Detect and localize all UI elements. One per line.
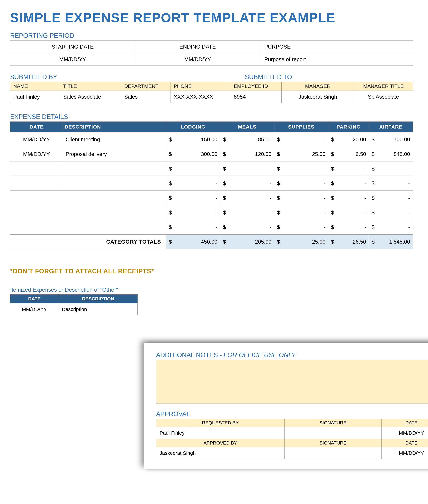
expense-lodging[interactable]: $- bbox=[166, 220, 220, 235]
office-use-overlay: ADDITIONAL NOTES - FOR OFFICE USE ONLY A… bbox=[144, 343, 428, 469]
table-row: Jaskeerat Singh MM/DD/YY bbox=[156, 447, 428, 459]
expense-supplies[interactable]: $- bbox=[274, 176, 328, 191]
expense-description[interactable]: Client meeting bbox=[63, 132, 166, 147]
col-airfare: AIRFARE bbox=[369, 122, 413, 132]
expense-date[interactable] bbox=[10, 191, 63, 205]
expense-supplies[interactable]: $- bbox=[274, 220, 328, 235]
reporting-period-table: STARTING DATE ENDING DATE PURPOSE MM/DD/… bbox=[10, 40, 413, 66]
col-date: DATE bbox=[381, 419, 428, 427]
approved-by-signature[interactable] bbox=[285, 447, 381, 459]
expense-meals[interactable]: $- bbox=[220, 162, 274, 176]
ending-date-value[interactable]: MM/DD/YY bbox=[135, 53, 260, 66]
expense-description[interactable] bbox=[63, 191, 166, 205]
expense-airfare[interactable]: $- bbox=[369, 176, 413, 191]
name-value[interactable]: Paul Finley bbox=[10, 91, 60, 103]
approved-by-date[interactable]: MM/DD/YY bbox=[381, 447, 428, 459]
expense-lodging[interactable]: $- bbox=[166, 176, 220, 191]
expense-parking[interactable]: $- bbox=[328, 191, 369, 205]
expense-meals[interactable]: $- bbox=[220, 176, 274, 191]
col-signature: SIGNATURE bbox=[285, 419, 381, 427]
title-value[interactable]: Sales Associate bbox=[60, 91, 121, 103]
col-lodging: LODGING bbox=[166, 122, 220, 132]
col-employee-id: EMPLOYEE ID bbox=[230, 82, 282, 91]
expense-parking[interactable]: $- bbox=[328, 162, 369, 176]
expense-details-table: DATE DESCRIPTION LODGING MEALS SUPPLIES … bbox=[10, 121, 413, 249]
reporting-period-label: REPORTING PERIOD bbox=[10, 32, 418, 39]
approved-by-value[interactable]: Jaskeerat Singh bbox=[156, 447, 285, 459]
expense-supplies[interactable]: $- bbox=[274, 162, 328, 176]
expense-supplies[interactable]: $- bbox=[274, 191, 328, 205]
page-title: SIMPLE EXPENSE REPORT TEMPLATE EXAMPLE bbox=[10, 10, 418, 25]
itemized-label: Itemized Expenses or Description of "Oth… bbox=[10, 287, 418, 293]
purpose-value[interactable]: Purpose of report bbox=[260, 53, 413, 66]
requested-by-value[interactable]: Paul Finley bbox=[156, 427, 285, 439]
expense-parking[interactable]: $20.00 bbox=[328, 132, 369, 147]
submitted-table: NAME TITLE DEPARTMENT PHONE EMPLOYEE ID … bbox=[10, 82, 413, 103]
table-row: $-$-$-$-$- bbox=[10, 220, 413, 235]
total-meals: $205.00 bbox=[220, 235, 274, 249]
expense-airfare[interactable]: $845.00 bbox=[369, 147, 413, 162]
expense-date[interactable] bbox=[10, 220, 63, 235]
table-row: DATE DESCRIPTION bbox=[10, 294, 138, 303]
employee-id-value[interactable]: 8954 bbox=[230, 91, 282, 103]
col-phone: PHONE bbox=[171, 82, 230, 91]
itemized-desc-value[interactable]: Description bbox=[58, 303, 138, 315]
expense-lodging[interactable]: $- bbox=[166, 191, 220, 205]
table-row: $-$-$-$-$- bbox=[10, 176, 413, 191]
table-row: MM/DD/YYProposal delivery$300.00$120.00$… bbox=[10, 147, 413, 162]
expense-airfare[interactable]: $- bbox=[369, 205, 413, 220]
expense-meals[interactable]: $85.00 bbox=[220, 132, 274, 147]
expense-airfare[interactable]: $- bbox=[369, 220, 413, 235]
table-row: REQUESTED BY SIGNATURE DATE bbox=[156, 419, 428, 427]
expense-date[interactable]: MM/DD/YY bbox=[10, 132, 63, 147]
expense-meals[interactable]: $- bbox=[220, 191, 274, 205]
col-meals: MEALS bbox=[220, 122, 274, 132]
expense-supplies[interactable]: $- bbox=[274, 132, 328, 147]
expense-description[interactable] bbox=[63, 176, 166, 191]
expense-meals[interactable]: $120.00 bbox=[220, 147, 274, 162]
expense-airfare[interactable]: $700.00 bbox=[369, 132, 413, 147]
requested-by-date[interactable]: MM/DD/YY bbox=[381, 427, 428, 439]
expense-airfare[interactable]: $- bbox=[369, 162, 413, 176]
total-supplies: $25.00 bbox=[274, 235, 328, 249]
expense-description[interactable]: Proposal delivery bbox=[63, 147, 166, 162]
expense-date[interactable] bbox=[10, 205, 63, 220]
expense-description[interactable] bbox=[63, 162, 166, 176]
table-row: APPROVED BY SIGNATURE DATE bbox=[156, 439, 428, 447]
expense-lodging[interactable]: $300.00 bbox=[166, 147, 220, 162]
submitted-to-label: SUBMITTED TO bbox=[245, 73, 292, 81]
col-purpose: PURPOSE bbox=[260, 41, 413, 53]
expense-airfare[interactable]: $- bbox=[369, 191, 413, 205]
manager-value[interactable]: Jaskeerat Singh bbox=[282, 91, 354, 103]
starting-date-value[interactable]: MM/DD/YY bbox=[10, 53, 135, 66]
category-totals-row: CATEGORY TOTALS $450.00 $205.00 $25.00 $… bbox=[10, 235, 413, 249]
manager-title-value[interactable]: Sr. Associate bbox=[354, 91, 413, 103]
expense-parking[interactable]: $6.50 bbox=[328, 147, 369, 162]
col-department: DEPARTMENT bbox=[121, 82, 171, 91]
expense-meals[interactable]: $- bbox=[220, 220, 274, 235]
expense-parking[interactable]: $- bbox=[328, 220, 369, 235]
expense-lodging[interactable]: $- bbox=[166, 162, 220, 176]
col-name: NAME bbox=[10, 82, 60, 91]
expense-lodging[interactable]: $150.00 bbox=[166, 132, 220, 147]
expense-details-label: EXPENSE DETAILS bbox=[10, 113, 418, 120]
additional-notes-field[interactable] bbox=[156, 360, 428, 404]
expense-description[interactable] bbox=[63, 220, 166, 235]
expense-date[interactable]: MM/DD/YY bbox=[10, 147, 63, 162]
expense-supplies[interactable]: $- bbox=[274, 205, 328, 220]
expense-parking[interactable]: $- bbox=[328, 205, 369, 220]
expense-meals[interactable]: $- bbox=[220, 205, 274, 220]
itemized-date-value[interactable]: MM/DD/YY bbox=[10, 303, 59, 315]
approval-table: REQUESTED BY SIGNATURE DATE Paul Finley … bbox=[156, 419, 428, 459]
expense-date[interactable] bbox=[10, 162, 63, 176]
expense-date[interactable] bbox=[10, 176, 63, 191]
expense-lodging[interactable]: $- bbox=[166, 205, 220, 220]
expense-description[interactable] bbox=[63, 205, 166, 220]
expense-parking[interactable]: $- bbox=[328, 176, 369, 191]
expense-supplies[interactable]: $25.00 bbox=[274, 147, 328, 162]
col-parking: PARKING bbox=[328, 122, 369, 132]
requested-by-signature[interactable] bbox=[285, 427, 381, 439]
phone-value[interactable]: XXX-XXX-XXXX bbox=[171, 91, 230, 103]
table-row: Paul Finley Sales Associate Sales XXX-XX… bbox=[10, 91, 413, 103]
department-value[interactable]: Sales bbox=[121, 91, 171, 103]
